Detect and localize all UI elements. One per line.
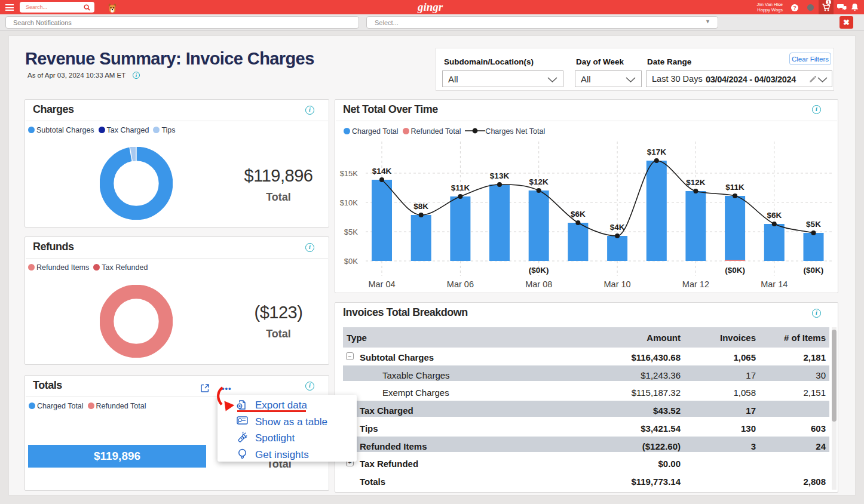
svg-text:$10K: $10K: [340, 198, 359, 207]
svg-text:Mar 10: Mar 10: [604, 279, 631, 289]
svg-text:$6K: $6K: [571, 210, 586, 219]
svg-text:$17K: $17K: [647, 147, 667, 156]
svg-text:Mar 12: Mar 12: [682, 279, 709, 289]
svg-text:Mar 06: Mar 06: [447, 279, 474, 289]
svg-text:$13K: $13K: [490, 171, 510, 180]
svg-text:Mar 04: Mar 04: [368, 279, 395, 289]
svg-text:$8K: $8K: [413, 202, 428, 211]
svg-text:$15K: $15K: [340, 169, 359, 178]
svg-text:Mar 08: Mar 08: [525, 279, 552, 289]
svg-text:Mar 14: Mar 14: [761, 279, 788, 289]
svg-text:$12K: $12K: [686, 178, 706, 187]
svg-text:$12K: $12K: [529, 177, 549, 186]
svg-text:$11K: $11K: [451, 183, 470, 192]
svg-text:$11K: $11K: [725, 183, 744, 192]
svg-text:$5K: $5K: [344, 228, 358, 236]
svg-text:$0K: $0K: [344, 257, 358, 266]
svg-text:($0K): ($0K): [529, 266, 549, 275]
svg-text:($0K): ($0K): [804, 266, 824, 275]
svg-text:$5K: $5K: [806, 220, 821, 229]
svg-text:$6K: $6K: [767, 211, 782, 220]
svg-text:$14K: $14K: [372, 167, 392, 176]
svg-text:$4K: $4K: [610, 223, 625, 232]
svg-text:($0K): ($0K): [725, 266, 745, 275]
